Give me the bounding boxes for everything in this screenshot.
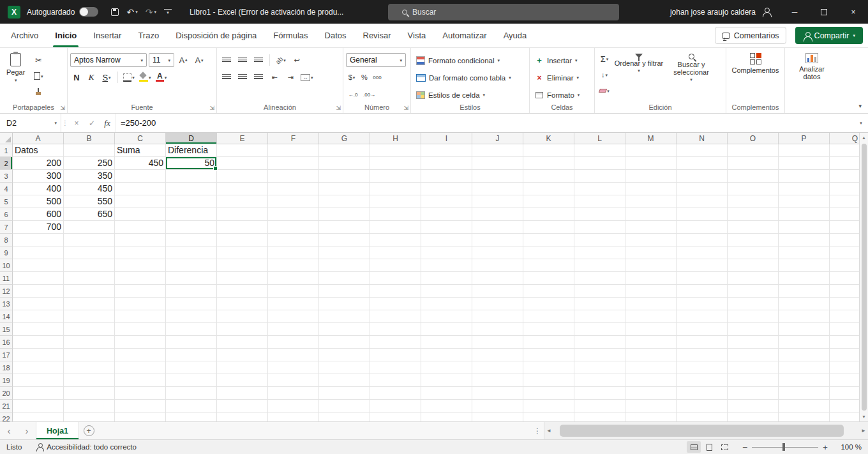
column-header-J[interactable]: J (472, 133, 523, 144)
copy-button[interactable]: ▾ (31, 69, 45, 83)
cell-N16[interactable] (677, 336, 728, 349)
cell-P22[interactable] (779, 412, 830, 421)
cell-M11[interactable] (625, 272, 677, 285)
cell-G20[interactable] (319, 387, 370, 400)
scroll-right-arrow[interactable]: ► (859, 428, 868, 434)
cell-A19[interactable] (13, 374, 64, 387)
cell-G16[interactable] (319, 336, 370, 349)
cell-B6[interactable]: 650 (64, 208, 115, 221)
zoom-in-button[interactable]: + (821, 443, 830, 452)
cell-E22[interactable] (217, 412, 268, 421)
normal-view-button[interactable] (687, 441, 701, 453)
cell-I6[interactable] (421, 208, 472, 221)
cell-H18[interactable] (370, 361, 421, 374)
row-header-18[interactable]: 18 (0, 361, 13, 374)
cell-E6[interactable] (217, 208, 268, 221)
comments-button[interactable]: Comentarios (715, 27, 786, 44)
cell-H14[interactable] (370, 310, 421, 323)
cell-I16[interactable] (421, 336, 472, 349)
cell-E10[interactable] (217, 259, 268, 272)
cell-K4[interactable] (523, 183, 574, 195)
cell-Q9[interactable] (830, 246, 859, 259)
cell-H6[interactable] (370, 208, 421, 221)
cell-D10[interactable] (166, 259, 217, 272)
cell-Q6[interactable] (830, 208, 859, 221)
close-button[interactable]: × (839, 0, 868, 24)
cell-K9[interactable] (523, 246, 574, 259)
column-header-O[interactable]: O (728, 133, 779, 144)
cell-J18[interactable] (472, 361, 523, 374)
cell-P17[interactable] (779, 349, 830, 361)
cell-N22[interactable] (677, 412, 728, 421)
cell-D17[interactable] (166, 349, 217, 361)
cell-P6[interactable] (779, 208, 830, 221)
cell-P2[interactable] (779, 157, 830, 170)
cell-K7[interactable] (523, 221, 574, 234)
cell-C1[interactable]: Suma (115, 144, 166, 157)
cell-C9[interactable] (115, 246, 166, 259)
cell-F11[interactable] (268, 272, 319, 285)
cell-B12[interactable] (64, 285, 115, 298)
cell-O13[interactable] (728, 298, 779, 310)
cell-L11[interactable] (574, 272, 625, 285)
row-header-14[interactable]: 14 (0, 310, 13, 323)
cell-N4[interactable] (677, 183, 728, 195)
name-box[interactable]: D2 ▾ (0, 114, 61, 132)
cell-J8[interactable] (472, 234, 523, 246)
cancel-button[interactable]: × (69, 114, 84, 132)
cell-M3[interactable] (625, 170, 677, 183)
menu-tab-automatizar[interactable]: Automatizar (434, 24, 495, 47)
column-header-H[interactable]: H (370, 133, 421, 144)
cell-I5[interactable] (421, 195, 472, 208)
cell-M14[interactable] (625, 310, 677, 323)
row-header-7[interactable]: 7 (0, 221, 13, 234)
cell-P7[interactable] (779, 221, 830, 234)
cell-I22[interactable] (421, 412, 472, 421)
cell-B19[interactable] (64, 374, 115, 387)
cell-Q20[interactable] (830, 387, 859, 400)
cell-H22[interactable] (370, 412, 421, 421)
cell-Q13[interactable] (830, 298, 859, 310)
cell-D7[interactable] (166, 221, 217, 234)
cell-L13[interactable] (574, 298, 625, 310)
cell-J20[interactable] (472, 387, 523, 400)
percent-style-button[interactable]: % (359, 70, 370, 84)
cell-C10[interactable] (115, 259, 166, 272)
maximize-button[interactable] (809, 0, 839, 24)
cell-L5[interactable] (574, 195, 625, 208)
cell-D2[interactable]: 50 (166, 157, 217, 170)
cell-L2[interactable] (574, 157, 625, 170)
autosum-button[interactable]: Σ▾ (597, 52, 611, 66)
cell-Q3[interactable] (830, 170, 859, 183)
cell-N19[interactable] (677, 374, 728, 387)
cell-O17[interactable] (728, 349, 779, 361)
previous-sheet-button[interactable]: ‹ (0, 422, 18, 439)
cell-A3[interactable]: 300 (13, 170, 64, 183)
cell-M1[interactable] (625, 144, 677, 157)
cell-P11[interactable] (779, 272, 830, 285)
cell-styles-button[interactable]: Estilos de celda ▾ (414, 87, 527, 103)
cell-O2[interactable] (728, 157, 779, 170)
cell-E8[interactable] (217, 234, 268, 246)
cell-Q15[interactable] (830, 323, 859, 336)
cell-P10[interactable] (779, 259, 830, 272)
cell-N5[interactable] (677, 195, 728, 208)
cell-A16[interactable] (13, 336, 64, 349)
cell-A15[interactable] (13, 323, 64, 336)
cell-J1[interactable] (472, 144, 523, 157)
collapse-ribbon-button[interactable]: ▾ (858, 103, 862, 109)
cell-A13[interactable] (13, 298, 64, 310)
cell-I21[interactable] (421, 400, 472, 412)
cell-D4[interactable] (166, 183, 217, 195)
cell-M21[interactable] (625, 400, 677, 412)
cell-N6[interactable] (677, 208, 728, 221)
cell-I19[interactable] (421, 374, 472, 387)
comma-style-button[interactable]: 000 (371, 70, 383, 84)
row-header-16[interactable]: 16 (0, 336, 13, 349)
menu-tab-revisar[interactable]: Revisar (355, 24, 400, 47)
cell-E21[interactable] (217, 400, 268, 412)
cell-O5[interactable] (728, 195, 779, 208)
cell-A6[interactable]: 600 (13, 208, 64, 221)
column-header-A[interactable]: A (13, 133, 64, 144)
cell-A11[interactable] (13, 272, 64, 285)
